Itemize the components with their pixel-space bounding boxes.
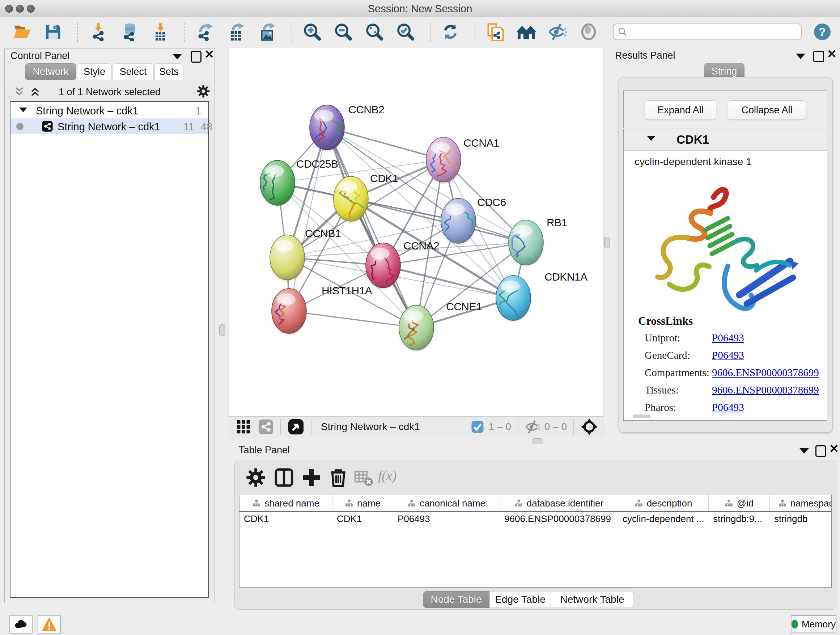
help-icon[interactable]: ? xyxy=(814,24,831,40)
column-header--id[interactable]: @id xyxy=(709,495,770,511)
tab-style[interactable]: Style xyxy=(77,63,112,80)
tab-select[interactable]: Select xyxy=(112,63,154,80)
node-label-CCNE1: CCNE1 xyxy=(446,301,482,312)
section-scrollbar[interactable] xyxy=(633,415,651,418)
column-header-database-identifier[interactable]: database identifier xyxy=(500,495,618,511)
add-column-icon[interactable] xyxy=(302,467,322,488)
memory-button[interactable]: Memory xyxy=(791,615,836,633)
column-header-shared-name[interactable]: shared name xyxy=(240,495,332,511)
export-table-icon[interactable] xyxy=(226,22,246,42)
network-node-CCNB1[interactable] xyxy=(270,235,305,280)
table-panel-menu-icon[interactable] xyxy=(799,448,809,454)
right-splitter-grip[interactable] xyxy=(604,237,610,249)
string-import-icon[interactable] xyxy=(485,22,505,42)
delete-column-icon[interactable] xyxy=(328,467,348,488)
cell-4[interactable]: cyclin-dependent ... xyxy=(618,512,709,527)
table-gear-icon[interactable] xyxy=(246,467,266,488)
zoom-selected-icon[interactable] xyxy=(396,22,415,42)
import-network-from-database-icon[interactable] xyxy=(119,22,139,42)
tab-network-table[interactable]: Network Table xyxy=(551,591,633,608)
network-node-CDC25B[interactable] xyxy=(260,160,295,205)
search-input[interactable] xyxy=(613,24,802,40)
warning-button[interactable] xyxy=(38,616,61,633)
protein-structure-image xyxy=(635,176,805,320)
crosslink-link[interactable]: 9606.ENSP00000378699 xyxy=(712,384,819,396)
import-table-icon[interactable] xyxy=(150,22,170,42)
gear-icon[interactable] xyxy=(196,84,210,98)
tab-node-table[interactable]: Node Table xyxy=(423,591,489,608)
network-share-view-icon[interactable] xyxy=(258,419,274,435)
expand-all-button[interactable]: Expand All xyxy=(645,100,716,120)
results-panel-float-icon[interactable] xyxy=(813,51,824,62)
home-neighbors-icon[interactable] xyxy=(516,22,536,42)
cloud-button[interactable] xyxy=(9,616,33,633)
network-row-selected[interactable]: String Network – cdk1 11 48 xyxy=(11,119,208,134)
network-node-HIST1H1A[interactable] xyxy=(272,288,306,333)
refresh-icon[interactable] xyxy=(441,22,460,42)
collapse-all-button[interactable]: Collapse All xyxy=(728,100,806,120)
hide-unhide-icon[interactable] xyxy=(548,22,567,42)
table-panel-close-icon[interactable]: ✕ xyxy=(829,444,839,454)
save-session-icon[interactable] xyxy=(43,22,63,42)
network-node-CCNA1[interactable] xyxy=(426,137,461,182)
network-collection-row[interactable]: String Network – cdk1 1 xyxy=(11,103,208,119)
node-label-HIST1H1A: HIST1H1A xyxy=(322,285,372,296)
selected-checkbox-icon[interactable] xyxy=(471,420,484,433)
cell-1[interactable]: CDK1 xyxy=(332,512,393,527)
network-node-CCNA2[interactable] xyxy=(366,243,401,288)
table-panel-float-icon[interactable] xyxy=(815,445,826,457)
network-node-CCNE1[interactable] xyxy=(399,305,434,359)
control-panel-close-icon[interactable]: ✕ xyxy=(204,50,214,60)
crosslink-link[interactable]: P06493 xyxy=(712,332,744,344)
column-header-namespac[interactable]: namespac xyxy=(770,495,832,511)
network-node-RB1[interactable] xyxy=(508,220,543,265)
cell-2[interactable]: P06493 xyxy=(393,512,500,527)
grid-view-icon[interactable] xyxy=(235,419,251,435)
network-node-CCNB2[interactable] xyxy=(309,105,344,154)
memory-label: Memory xyxy=(802,619,836,630)
zoom-in-icon[interactable] xyxy=(302,22,322,42)
control-panel-title: Control Panel xyxy=(11,50,70,62)
left-splitter-grip[interactable] xyxy=(219,325,225,336)
open-session-icon[interactable] xyxy=(12,22,32,42)
control-panel-menu-icon[interactable] xyxy=(172,54,182,59)
collection-expand-icon[interactable] xyxy=(19,108,27,112)
zoom-fit-icon[interactable] xyxy=(365,22,384,42)
import-network-icon[interactable] xyxy=(88,22,108,42)
net-toolbar-separator xyxy=(518,419,518,435)
node-table[interactable]: shared namenamecanonical namedatabase id… xyxy=(239,495,832,587)
column-header-description[interactable]: description xyxy=(618,495,709,511)
control-panel-float-icon[interactable] xyxy=(191,51,202,63)
network-canvas[interactable]: CCNB2CCNA1CDC25BCDK1CDC6RB1CCNB1CCNA2CDK… xyxy=(229,48,603,416)
birds-eye-view-icon[interactable] xyxy=(287,418,304,435)
show-columns-icon[interactable] xyxy=(274,467,294,488)
crosslink-link[interactable]: P06493 xyxy=(712,402,744,413)
hidden-eye-icon[interactable] xyxy=(525,419,540,434)
tab-edge-table[interactable]: Edge Table xyxy=(489,591,551,608)
network-node-CDC6[interactable] xyxy=(441,198,476,246)
warning-icon xyxy=(42,617,57,632)
zoom-out-icon[interactable] xyxy=(333,22,353,42)
network-node-CDKN1A[interactable] xyxy=(496,276,531,323)
cell-5[interactable]: stringdb:9... xyxy=(709,512,770,527)
column-header-name[interactable]: name xyxy=(332,495,393,511)
crosslink-link[interactable]: 9606.ENSP00000378699 xyxy=(712,367,819,379)
cell-6[interactable]: stringdb xyxy=(770,512,832,527)
table-panel: Table Panel ✕ f(x) shared nam xyxy=(229,443,840,610)
table-row[interactable]: CDK1CDK1P064939606.ENSP00000378699cyclin… xyxy=(240,512,832,527)
gene-section-header[interactable]: CDK1 xyxy=(624,129,827,150)
net-toolbar-separator xyxy=(280,419,281,435)
crosslink-link[interactable]: P06493 xyxy=(712,349,744,361)
gene-collapse-icon[interactable] xyxy=(647,136,655,141)
tab-network[interactable]: Network xyxy=(25,63,76,80)
results-panel-menu-icon[interactable] xyxy=(796,54,805,59)
export-network-icon[interactable] xyxy=(195,22,215,42)
tab-sets[interactable]: Sets xyxy=(155,63,183,80)
cell-3[interactable]: 9606.ENSP00000378699 xyxy=(500,512,618,527)
fit-selection-crosshair-icon[interactable] xyxy=(581,418,598,435)
cell-0[interactable]: CDK1 xyxy=(240,512,332,527)
column-header-canonical-name[interactable]: canonical name xyxy=(393,495,500,511)
export-image-icon[interactable] xyxy=(257,22,277,42)
results-panel-close-icon[interactable]: ✕ xyxy=(827,49,837,59)
toolbar-separator xyxy=(185,22,185,42)
